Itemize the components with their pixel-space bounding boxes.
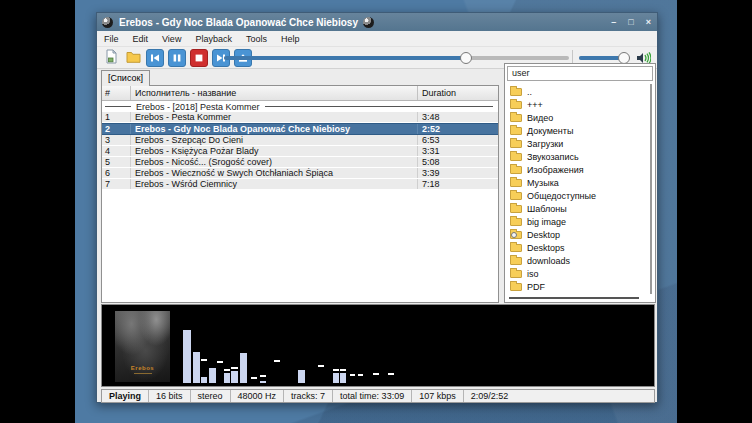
folder-item[interactable]: Изображения	[506, 163, 650, 176]
menu-item-tools[interactable]: Tools	[246, 34, 267, 44]
folder-icon	[510, 166, 522, 174]
folder-item[interactable]: Музыка	[506, 176, 650, 189]
track-duration: 3:31	[418, 146, 498, 156]
table-row[interactable]: 1Erebos - Pesta Kommer3:48	[102, 112, 498, 123]
folder-icon	[510, 101, 522, 109]
track-duration: 6:53	[418, 135, 498, 145]
seek-slider[interactable]	[224, 56, 569, 60]
folder-name: downloads	[527, 256, 570, 266]
folder-name: Музыка	[527, 178, 559, 188]
volume-slider[interactable]	[579, 56, 629, 60]
sidebar-vertical-scrollbar[interactable]	[650, 84, 652, 294]
track-number: 7	[102, 179, 131, 189]
folder-list: ..+++ВидеоДокументыЗагрузкиЗвукозаписьИз…	[506, 85, 650, 293]
folder-item[interactable]: Видео	[506, 111, 650, 124]
folder-item[interactable]: Desktops	[506, 241, 650, 254]
folder-icon	[510, 218, 522, 226]
close-button[interactable]: ×	[646, 13, 651, 31]
folder-link-icon	[510, 231, 522, 239]
status-item: 16 bits	[149, 390, 191, 402]
folder-item[interactable]: iso	[506, 267, 650, 280]
folder-item[interactable]: downloads	[506, 254, 650, 267]
folder-item[interactable]: PDF	[506, 280, 650, 293]
spectrum-bar	[201, 377, 207, 383]
titlebar[interactable]: Erebos - Gdy Noc Blada Opanować Chce Nie…	[97, 13, 657, 31]
folder-item[interactable]: Загрузки	[506, 137, 650, 150]
folder-item[interactable]: Шаблоны	[506, 202, 650, 215]
add-folder-button[interactable]	[124, 49, 142, 67]
pause-button[interactable]	[168, 49, 186, 67]
track-duration: 2:52	[418, 124, 498, 134]
spectrum-peak	[318, 365, 324, 367]
folder-icon	[510, 127, 522, 135]
table-row[interactable]: 5Erebos - Nicość... (Srogość cover)5:08	[102, 157, 498, 168]
folder-item[interactable]: Звукозапись	[506, 150, 650, 163]
sidebar-horizontal-scrollbar[interactable]	[509, 297, 639, 299]
folder-item[interactable]: Документы	[506, 124, 650, 137]
folder-name: PDF	[527, 282, 545, 292]
table-row[interactable]: 3Erebos - Szepcąc Do Cieni6:53	[102, 135, 498, 146]
album-art-title: Erebos	[131, 365, 154, 371]
folder-icon	[510, 153, 522, 161]
statusbar: Playing16 bitsstereo48000 Hztracks: 7tot…	[101, 389, 655, 403]
maximize-button[interactable]: □	[628, 13, 633, 31]
folder-icon	[510, 244, 522, 252]
album-art-subtitle-line	[134, 373, 152, 374]
spectrum-analyzer	[102, 305, 654, 386]
track-title: Erebos - Szepcąc Do Cieni	[131, 135, 418, 145]
seek-fill	[224, 56, 466, 60]
folder-item[interactable]: +++	[506, 98, 650, 111]
prev-icon	[150, 49, 160, 67]
track-title: Erebos - Nicość... (Srogość cover)	[131, 157, 418, 167]
folder-name: Шаблоны	[527, 204, 567, 214]
menu-item-view[interactable]: View	[162, 34, 181, 44]
spectrum-peak	[333, 369, 339, 371]
previous-button[interactable]	[146, 49, 164, 67]
minimize-button[interactable]: –	[611, 13, 616, 31]
column-header-duration[interactable]: Duration	[418, 86, 498, 100]
menubar: FileEditViewPlaybackToolsHelp	[97, 31, 657, 47]
status-item: stereo	[191, 390, 231, 402]
menu-item-playback[interactable]: Playback	[195, 34, 232, 44]
track-number: 5	[102, 157, 131, 167]
spectrum-peak	[388, 373, 394, 375]
table-row[interactable]: 7Erebos - Wśród Ciemnicy7:18	[102, 179, 498, 190]
add-folder-icon	[126, 49, 141, 67]
spectrum-peak	[251, 377, 257, 379]
group-label: Erebos - [2018] Pesta Kommer	[136, 102, 260, 112]
open-file-button[interactable]	[102, 49, 120, 67]
menu-item-edit[interactable]: Edit	[133, 34, 149, 44]
menu-item-file[interactable]: File	[104, 34, 119, 44]
album-art: Erebos	[115, 311, 170, 382]
column-header-artist-title[interactable]: Исполнитель - название	[131, 86, 418, 100]
table-row[interactable]: 6Erebos - Wieczność w Swych Otchłaniach …	[102, 168, 498, 179]
stop-button[interactable]	[190, 49, 208, 67]
folder-icon	[510, 114, 522, 122]
column-header-number[interactable]: #	[102, 86, 131, 100]
folder-name: Desktops	[527, 243, 565, 253]
menu-item-help[interactable]: Help	[281, 34, 300, 44]
folder-icon	[510, 270, 522, 278]
folder-name: Документы	[527, 126, 573, 136]
spectrum-peak	[231, 367, 238, 369]
folder-item[interactable]: big image	[506, 215, 650, 228]
spectrum-bar	[231, 371, 238, 383]
group-line-left	[105, 106, 131, 107]
path-input[interactable]: user	[507, 66, 653, 81]
folder-item[interactable]: Desktop	[506, 228, 650, 241]
record-icon	[363, 17, 374, 28]
table-row[interactable]: 4Erebos - Księżyca Pożar Blady3:31	[102, 146, 498, 157]
folder-icon	[510, 192, 522, 200]
folder-icon	[510, 88, 522, 96]
seek-handle[interactable]	[460, 52, 472, 64]
status-item: 48000 Hz	[231, 390, 285, 402]
folder-item[interactable]: Общедоступные	[506, 189, 650, 202]
status-item: 2:09/2:52	[464, 390, 516, 402]
folder-icon	[510, 205, 522, 213]
playlist-tab[interactable]: [Список]	[101, 70, 150, 86]
track-number: 1	[102, 112, 131, 122]
spectrum-bar	[209, 368, 216, 383]
table-row[interactable]: 2Erebos - Gdy Noc Blada Opanować Chce Ni…	[102, 123, 498, 135]
folder-icon	[510, 257, 522, 265]
folder-item[interactable]: ..	[506, 85, 650, 98]
